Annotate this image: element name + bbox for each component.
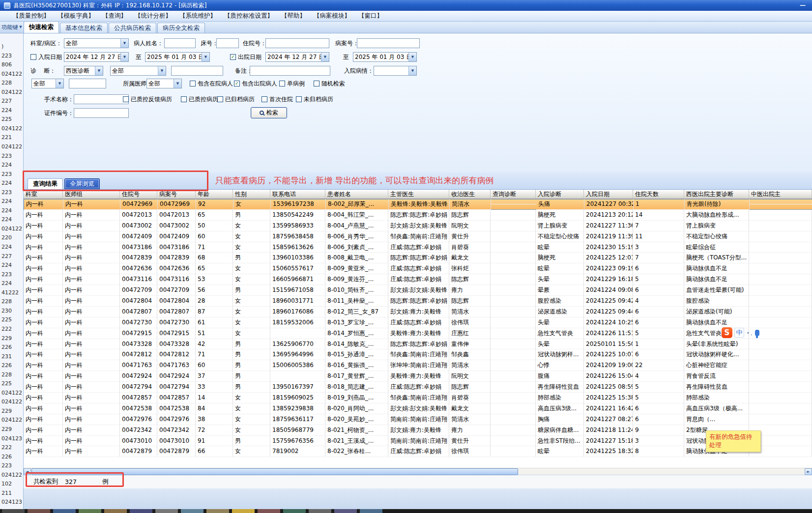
qc-feedback-checkbox[interactable]: 已质控反馈病历 (123, 94, 172, 104)
horizontal-scrollbar[interactable]: ◄ ► (24, 468, 812, 475)
table-row[interactable]: 内一科内一科004728070047280787女189601760868-01… (24, 307, 812, 317)
tab-quick-search[interactable]: 快速检索 (24, 21, 59, 33)
include-discharged-checkbox[interactable]: ✓包含出院病人 (234, 79, 277, 88)
surgery-input[interactable] (74, 94, 129, 104)
punctuation-icon[interactable]: •, (746, 329, 753, 337)
menu-item[interactable]: 【帮助】 (281, 12, 306, 20)
checkbox-box[interactable] (123, 96, 129, 102)
tab-query-result[interactable]: 查询结果 (28, 178, 63, 189)
column-header[interactable]: 主管医生 (388, 190, 449, 199)
table-row[interactable]: 内一科内一科004729240047292437男8-017_黄登辉_...吴毅… (24, 371, 812, 382)
checkbox-box[interactable] (314, 81, 319, 86)
group-select[interactable]: 全部▼ (31, 79, 64, 88)
table-row[interactable]: 内一科内一科004731860047318671女158596136268-00… (24, 242, 812, 253)
critical-value-alert[interactable]: 有新的危急值待处理 (706, 430, 761, 452)
sogou-input-icon[interactable]: S (722, 327, 732, 338)
menu-item[interactable]: 【病案模块】 (314, 12, 350, 20)
table-row[interactable]: 内一科内一科004730100047301091男157596763568-02… (24, 436, 812, 447)
chevron-down-icon[interactable]: ▼ (321, 53, 329, 61)
diagnosis-type-select[interactable]: 西医诊断▼ (64, 66, 103, 76)
column-header[interactable]: 入院日期 (584, 190, 633, 199)
column-header[interactable]: 中医出院主 (749, 190, 812, 199)
doctor-group-select[interactable]: 全部▼ (146, 79, 182, 88)
taskbar-item[interactable] (334, 509, 357, 513)
column-header[interactable]: 查询诊断 (491, 190, 536, 199)
not-archived-checkbox[interactable]: 未归档病历 (296, 94, 333, 104)
column-header[interactable]: 患者姓名 (325, 190, 388, 199)
column-header[interactable]: 年龄 (196, 190, 233, 199)
tab-fullscreen-view[interactable]: 全屏浏览 (64, 178, 100, 189)
column-header[interactable]: 医师组 (63, 190, 120, 199)
table-row[interactable]: 内一科内一科004727090047270956男151596710588-01… (24, 285, 812, 296)
minimize-button[interactable]: — (797, 2, 808, 9)
include-inpatient-checkbox[interactable]: 包含在院病人 (190, 79, 233, 88)
checkbox-box[interactable] (261, 96, 267, 102)
taskbar-item[interactable] (130, 509, 152, 513)
taskbar-item[interactable] (104, 509, 127, 513)
diagnosis-input[interactable] (171, 66, 223, 76)
taskbar-item[interactable] (53, 509, 76, 513)
column-header[interactable]: 入院诊断 (536, 190, 584, 199)
table-row[interactable]: 内一科内一科004729760047297638女187596361178-02… (24, 414, 812, 425)
checkbox-box[interactable]: ✓ (230, 54, 236, 60)
taskbar-item[interactable] (2, 509, 25, 513)
single-case-checkbox[interactable]: 单病例 (279, 79, 305, 88)
bed-input[interactable] (216, 38, 239, 48)
table-row[interactable]: 内一科内一科004728790047287966女78190028-022_张春… (24, 446, 812, 457)
table-row[interactable]: 内一科内一科004723420047234272女185059687798-02… (24, 425, 812, 436)
menu-item[interactable]: 【统计分析】 (135, 12, 172, 20)
table-row[interactable]: 内一科内一科004728390047283968男139601033868-00… (24, 253, 812, 263)
first-admission-checkbox[interactable]: 首次住院 (261, 94, 293, 104)
taskbar-item[interactable] (283, 509, 306, 513)
chevron-down-icon[interactable]: ▼ (56, 79, 63, 88)
taskbar-item[interactable] (309, 509, 331, 513)
qc-done-checkbox[interactable]: 已质控病历 (181, 94, 218, 104)
admit-to-date-select[interactable]: 2025 年 01 月 03 日▼ (145, 52, 210, 62)
menu-item[interactable]: 【窗口】 (358, 12, 383, 20)
chevron-down-icon[interactable]: ▼ (202, 53, 209, 61)
scroll-right-icon[interactable]: ► (805, 468, 812, 475)
table-row[interactable]: 内一科内一科004733280047332842男136259067708-01… (24, 339, 812, 350)
menu-item[interactable]: 【质控标准设置】 (224, 12, 273, 20)
scrollbar-thumb[interactable] (31, 468, 518, 475)
diagnosis-scope-select[interactable]: 全部▼ (110, 66, 166, 76)
checkbox-box[interactable] (190, 81, 196, 86)
admission-no-input[interactable] (265, 38, 329, 48)
group-input[interactable] (69, 79, 106, 88)
case-no-input[interactable] (357, 38, 420, 48)
chevron-down-icon[interactable]: ▼ (408, 53, 416, 61)
tab-fulltext-search[interactable]: 病历全文检索 (157, 23, 205, 33)
column-header[interactable]: 性别 (233, 190, 270, 199)
table-row[interactable]: 内一科内一科004717630047176360男150060053868-01… (24, 360, 812, 371)
chevron-down-icon[interactable]: ▼ (158, 66, 166, 75)
discharge-from-date-select[interactable]: 2024 年 12 月 27 日▼ (265, 52, 329, 62)
table-row[interactable]: 内一科内一科004729150047291551女8-014_罗恒惠_...吴毅… (24, 328, 812, 339)
table-row[interactable]: 内一科内一科004728040047280428女189600317718-01… (24, 296, 812, 307)
search-button[interactable]: 检索 (251, 107, 287, 118)
table-row[interactable]: 内一科内一科004728570047285714女181596090258-01… (24, 393, 812, 403)
checkbox-box[interactable] (296, 96, 302, 102)
column-header[interactable]: 病案号 (157, 190, 196, 199)
table-row[interactable]: 内一科内一科004725380047253884女138592398388-02… (24, 403, 812, 414)
cert-no-input[interactable] (74, 108, 129, 118)
function-keys-dropdown[interactable]: 功能键 ▼ (0, 21, 24, 33)
table-row[interactable]: 内一科内一科004727940047279433男139501673978-01… (24, 382, 812, 393)
column-header[interactable]: 收治医生 (449, 190, 491, 199)
checkbox-box[interactable] (30, 54, 36, 60)
admit-condition-select[interactable]: ▼ (374, 66, 417, 76)
discharge-to-date-select[interactable]: 2025 年 01 月 03 日▼ (353, 52, 417, 62)
discharge-date-checkbox[interactable]: ✓出院日期 (230, 52, 261, 62)
menu-item[interactable]: 【模板字典】 (58, 12, 94, 20)
archived-checkbox[interactable]: 已归档病历 (217, 94, 255, 104)
checkbox-box[interactable] (279, 81, 285, 86)
checkbox-box[interactable] (217, 96, 223, 102)
chevron-down-icon[interactable]: ▼ (95, 66, 103, 75)
patient-name-input[interactable] (164, 38, 196, 48)
chevron-down-icon[interactable]: ▼ (174, 79, 181, 88)
tab-public-record-search[interactable]: 公共病历检索 (109, 23, 156, 33)
table-row[interactable]: 内一科内一科004730020047300250女135995869338-00… (24, 221, 812, 231)
table-row[interactable]: 内一科内一科004729690047296992女153961972388-00… (24, 199, 812, 210)
table-row[interactable]: 内一科内一科004727300047273061女181595320068-01… (24, 317, 812, 328)
admit-from-date-select[interactable]: 2024 年 12 月 27 日▼ (64, 52, 129, 62)
table-row[interactable]: 内一科内一科004728120047281271男136959649968-01… (24, 349, 812, 360)
